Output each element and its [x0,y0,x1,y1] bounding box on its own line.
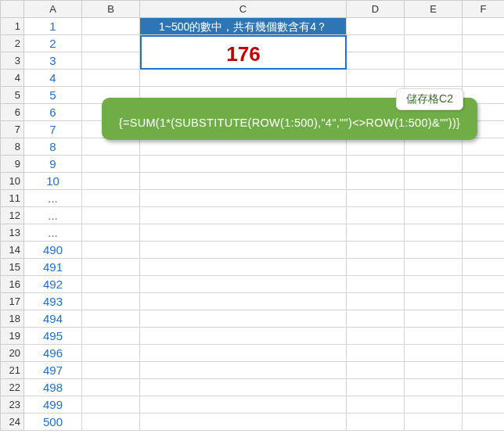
cell-B13[interactable] [82,224,140,242]
cell-F18[interactable] [463,310,504,328]
spreadsheet-grid[interactable]: ABCDEF111~500的數中，共有幾個數含有4？22176334455667… [0,0,504,431]
select-all-corner[interactable] [1,1,24,18]
cell-B3[interactable] [82,52,140,70]
cell-B24[interactable] [82,414,140,431]
row-header-23[interactable]: 23 [1,396,24,414]
row-header-20[interactable]: 20 [1,345,24,362]
cell-A14[interactable]: 490 [24,242,82,259]
cell-C1[interactable]: 1~500的數中，共有幾個數含有4？ [140,18,347,35]
cell-D22[interactable] [347,379,405,396]
cell-C8[interactable] [140,138,347,156]
row-header-15[interactable]: 15 [1,259,24,276]
cell-A4[interactable]: 4 [24,70,82,87]
cell-B17[interactable] [82,293,140,310]
cell-D2[interactable] [347,35,405,52]
cell-D18[interactable] [347,310,405,328]
cell-E17[interactable] [405,293,463,310]
cell-D17[interactable] [347,293,405,310]
cell-D1[interactable] [347,18,405,35]
cell-D24[interactable] [347,414,405,431]
col-header-C[interactable]: C [140,1,347,18]
cell-B8[interactable] [82,138,140,156]
row-header-1[interactable]: 1 [1,18,24,35]
cell-A24[interactable]: 500 [24,414,82,431]
cell-E15[interactable] [405,259,463,276]
cell-C13[interactable] [140,224,347,242]
cell-E8[interactable] [405,138,463,156]
cell-B23[interactable] [82,396,140,414]
cell-D10[interactable] [347,173,405,190]
cell-B22[interactable] [82,379,140,396]
cell-C20[interactable] [140,345,347,362]
cell-F19[interactable] [463,328,504,345]
cell-E4[interactable] [405,70,463,87]
cell-D16[interactable] [347,276,405,293]
cell-A1[interactable]: 1 [24,18,82,35]
cell-F1[interactable] [463,18,504,35]
row-header-19[interactable]: 19 [1,328,24,345]
cell-F20[interactable] [463,345,504,362]
row-header-11[interactable]: 11 [1,190,24,207]
cell-A9[interactable]: 9 [24,156,82,173]
row-header-14[interactable]: 14 [1,242,24,259]
cell-A7[interactable]: 7 [24,121,82,138]
row-header-21[interactable]: 21 [1,362,24,379]
cell-C9[interactable] [140,156,347,173]
cell-F12[interactable] [463,207,504,224]
cell-A2[interactable]: 2 [24,35,82,52]
col-header-B[interactable]: B [82,1,140,18]
cell-E19[interactable] [405,328,463,345]
cell-C17[interactable] [140,293,347,310]
cell-F3[interactable] [463,52,504,70]
cell-A16[interactable]: 492 [24,276,82,293]
cell-E23[interactable] [405,396,463,414]
cell-B4[interactable] [82,70,140,87]
cell-D11[interactable] [347,190,405,207]
cell-C15[interactable] [140,259,347,276]
cell-E10[interactable] [405,173,463,190]
cell-E21[interactable] [405,362,463,379]
cell-F2[interactable] [463,35,504,52]
cell-C10[interactable] [140,173,347,190]
cell-D9[interactable] [347,156,405,173]
row-header-22[interactable]: 22 [1,379,24,396]
row-header-5[interactable]: 5 [1,87,24,104]
cell-E20[interactable] [405,345,463,362]
col-header-A[interactable]: A [24,1,82,18]
row-header-18[interactable]: 18 [1,310,24,328]
cell-C16[interactable] [140,276,347,293]
cell-A21[interactable]: 497 [24,362,82,379]
cell-A15[interactable]: 491 [24,259,82,276]
cell-B2[interactable] [82,35,140,52]
cell-C22[interactable] [140,379,347,396]
cell-A10[interactable]: 10 [24,173,82,190]
row-header-2[interactable]: 2 [1,35,24,52]
cell-E1[interactable] [405,18,463,35]
cell-A18[interactable]: 494 [24,310,82,328]
row-header-8[interactable]: 8 [1,138,24,156]
row-header-12[interactable]: 12 [1,207,24,224]
cell-E13[interactable] [405,224,463,242]
cell-F4[interactable] [463,70,504,87]
cell-F24[interactable] [463,414,504,431]
cell-B19[interactable] [82,328,140,345]
cell-A13[interactable]: ... [24,224,82,242]
cell-A6[interactable]: 6 [24,104,82,121]
cell-F13[interactable] [463,224,504,242]
cell-B21[interactable] [82,362,140,379]
cell-D19[interactable] [347,328,405,345]
cell-C14[interactable] [140,242,347,259]
cell-E24[interactable] [405,414,463,431]
cell-E9[interactable] [405,156,463,173]
cell-E14[interactable] [405,242,463,259]
cell-D8[interactable] [347,138,405,156]
cell-A5[interactable]: 5 [24,87,82,104]
cell-E2[interactable] [405,35,463,52]
row-header-16[interactable]: 16 [1,276,24,293]
cell-A8[interactable]: 8 [24,138,82,156]
cell-B11[interactable] [82,190,140,207]
cell-B20[interactable] [82,345,140,362]
cell-B10[interactable] [82,173,140,190]
cell-F16[interactable] [463,276,504,293]
cell-B1[interactable] [82,18,140,35]
